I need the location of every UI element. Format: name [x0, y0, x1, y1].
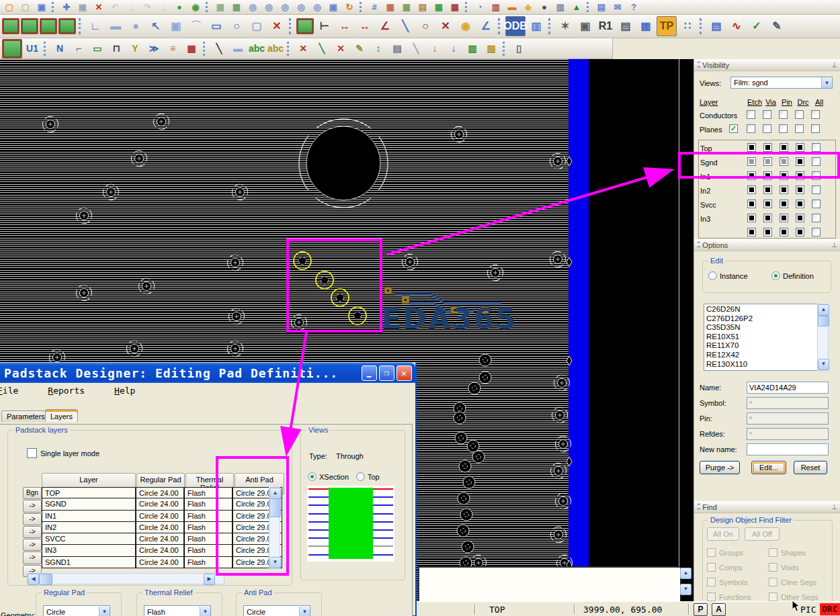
visibility-checkbox-pin[interactable]	[779, 110, 788, 119]
tune-slide-icon[interactable]: ╲	[313, 40, 331, 57]
zoom-in-icon[interactable]: ◎	[278, 1, 292, 13]
xsection-radio[interactable]: XSection	[308, 472, 349, 481]
visibility-checkbox-etch[interactable]	[747, 143, 756, 152]
ruler-icon[interactable]: ▬	[505, 1, 519, 13]
color-priority-icon[interactable]: ▦	[383, 1, 398, 13]
definition-radio[interactable]: Definition	[771, 271, 814, 280]
waveform-icon[interactable]: ∿	[727, 17, 746, 36]
redraw-icon[interactable]: ↻	[342, 1, 357, 13]
scroll-up-icon[interactable]: ▲	[680, 568, 691, 579]
dim-measure-icon[interactable]: ↔	[355, 17, 374, 36]
slide-icon[interactable]: ⌐	[70, 40, 87, 57]
all-off-button[interactable]: All Off	[745, 527, 780, 541]
newname-field[interactable]	[747, 443, 829, 455]
table-hscrollbar[interactable]: ◀ ▶	[27, 573, 224, 584]
window-tree-icon[interactable]: ▦	[229, 1, 244, 13]
board-plug-icon[interactable]	[2, 39, 22, 58]
sign-off-pen-icon[interactable]: ✎	[767, 17, 786, 36]
pin-icon[interactable]: ⊥	[831, 241, 837, 249]
menu-help[interactable]: Help	[114, 386, 150, 396]
visibility-checkbox-drc[interactable]	[795, 124, 804, 133]
text-add-icon[interactable]: abc	[248, 40, 265, 57]
menu-reports[interactable]: Reports	[48, 386, 99, 396]
scroll-down-icon[interactable]: ▼	[680, 584, 691, 595]
notes-list-icon[interactable]: ▤	[616, 17, 635, 36]
row-button[interactable]: ->	[23, 552, 42, 564]
tune-hide-icon[interactable]: ╲	[407, 40, 425, 57]
dim-cut-icon[interactable]: ✕	[436, 17, 455, 36]
find-filter-shapes[interactable]: Shapes	[769, 546, 831, 561]
column-header-pin[interactable]: Pin	[779, 98, 795, 106]
column-header-etch[interactable]: Etch	[747, 98, 763, 106]
scroll-up-icon[interactable]: ▲	[269, 488, 281, 499]
visibility-checkbox-etch[interactable]	[747, 124, 755, 133]
scrollbar-thumb[interactable]	[269, 498, 281, 517]
visibility-checkbox-etch[interactable]	[747, 228, 756, 236]
select-cursor-icon[interactable]: ↖	[146, 17, 165, 36]
visibility-checkbox-etch[interactable]	[747, 185, 756, 194]
add-circle-icon[interactable]: ●	[126, 17, 145, 36]
scroll-up-icon[interactable]: ▲	[818, 304, 829, 316]
visibility-checkbox-via[interactable]	[763, 200, 772, 208]
anti-pad-geometry-dropdown[interactable]: Circle ▼	[243, 605, 310, 616]
board-open-icon[interactable]	[2, 18, 19, 34]
find-panel-header[interactable]: ⁚⁚ Find ⊥	[694, 501, 840, 513]
visibility-checkbox-etch[interactable]	[747, 171, 756, 180]
visibility-checkbox-via[interactable]	[763, 171, 772, 180]
visibility-checkbox-drc[interactable]	[796, 200, 804, 208]
add-vertex-icon[interactable]: Y	[126, 40, 144, 57]
close-button[interactable]: ✕	[396, 365, 412, 381]
dim-leader-icon[interactable]: ╲	[396, 17, 415, 36]
planes-enable-checkbox[interactable]: ✓	[729, 124, 738, 133]
pin-icon[interactable]: ⊥	[831, 61, 837, 69]
visibility-checkbox-pin[interactable]	[780, 143, 788, 152]
arc-tool-icon[interactable]: ⌒	[187, 17, 206, 36]
pin-icon[interactable]: ⊥	[831, 503, 837, 511]
table-row[interactable]: SGNDCircle 24.00FlashCircle 29.00	[42, 498, 282, 510]
dialog-title-bar[interactable]: Padstack Designer: Editing Pad Definiti.…	[0, 363, 415, 383]
window-rats-icon[interactable]: ▦	[213, 1, 228, 13]
tune-flag-icon[interactable]: ✕	[294, 40, 312, 57]
chip-u1-icon[interactable]: U1	[24, 40, 41, 57]
chevron-down-icon[interactable]: ▼	[821, 77, 832, 88]
list-item[interactable]: C35D35N	[706, 323, 826, 333]
list-item[interactable]: RE10X51	[706, 333, 826, 342]
dim-datum-icon[interactable]: ⊢	[315, 17, 334, 36]
visibility-checkbox-via[interactable]	[763, 124, 771, 133]
visibility-checkbox-via[interactable]	[763, 143, 772, 152]
chevron-down-icon[interactable]: ▼	[299, 607, 310, 616]
zoom-out-icon[interactable]: ◎	[261, 1, 276, 13]
list-item[interactable]: C26D26N	[706, 305, 826, 314]
stackup-icon[interactable]: ▥	[553, 1, 568, 13]
visibility-checkbox-pin[interactable]	[780, 171, 788, 180]
cross-section-book-icon[interactable]: ▤	[707, 17, 726, 36]
visibility-checkbox-drc[interactable]	[796, 228, 804, 236]
zoom-world-icon[interactable]: ◎	[310, 1, 325, 13]
board-place-icon[interactable]	[40, 18, 57, 34]
visibility-checkbox-all[interactable]	[812, 200, 821, 208]
single-layer-mode-checkbox[interactable]: Single layer mode	[27, 448, 99, 458]
shadow-mode-icon[interactable]: ▤	[415, 1, 430, 13]
line-tool-icon[interactable]: ╲	[210, 40, 228, 57]
column-header-all[interactable]: All	[811, 98, 827, 106]
command-console[interactable]	[418, 566, 681, 603]
db-doctor-icon[interactable]: ▥	[527, 17, 546, 36]
visibility-checkbox-via[interactable]	[763, 157, 772, 166]
find-filter-symbols[interactable]: Symbols	[707, 576, 765, 590]
tune-delete-icon[interactable]: ✕	[332, 40, 349, 57]
tune-report-icon[interactable]: ✎	[351, 40, 368, 57]
find-filter-groups[interactable]: Groups	[707, 546, 765, 561]
visibility-checkbox-pin[interactable]	[780, 185, 788, 194]
zoom-previous-icon[interactable]: ▣	[326, 1, 341, 13]
visibility-checkbox-all[interactable]	[811, 110, 820, 119]
visibility-checkbox-all[interactable]	[812, 185, 821, 194]
find-filter-comps[interactable]: Comps	[707, 561, 765, 576]
p-toggle-button[interactable]: P	[694, 603, 708, 616]
scriptlet-icon[interactable]: ▤	[594, 1, 609, 13]
scrollbar-thumb[interactable]	[818, 316, 829, 326]
via-pattern-icon[interactable]: ▦	[183, 40, 200, 57]
add-line-icon[interactable]: ∟	[86, 17, 105, 36]
open-file-icon[interactable]: ▢	[18, 1, 33, 13]
visibility-panel-header[interactable]: ⁚⁚ Visibility ⊥	[694, 59, 840, 71]
board-route-icon[interactable]	[21, 18, 38, 34]
